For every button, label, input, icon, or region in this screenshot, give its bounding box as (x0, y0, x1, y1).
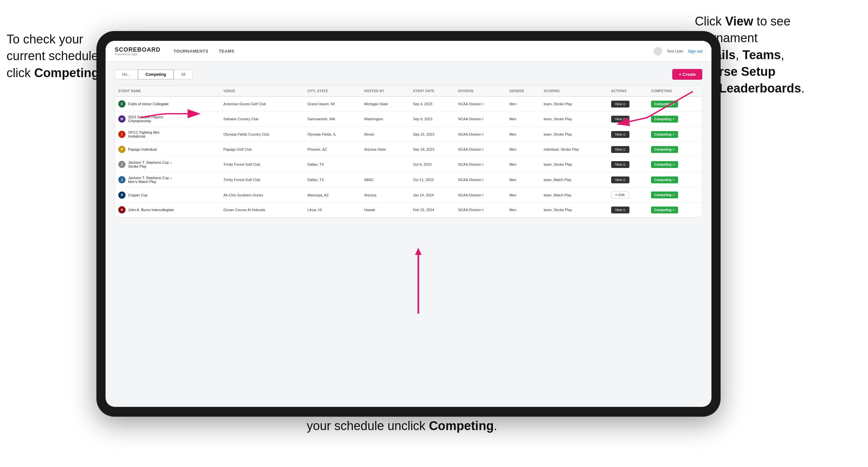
col-division: DIVISION (455, 86, 506, 96)
tab-all[interactable]: All (174, 70, 193, 80)
td-venue: Papago Golf Club (220, 142, 304, 157)
avatar (654, 47, 662, 56)
td-actions: View ⊙ (608, 142, 648, 157)
nav-right: Test User Sign out (654, 47, 702, 56)
competing-button[interactable]: Competing ✓ (651, 161, 678, 168)
brand-title: SCOREBOARD (115, 46, 160, 53)
competing-button[interactable]: Competing ✓ (651, 177, 678, 183)
competing-button[interactable]: Competing ✓ (651, 191, 678, 198)
td-venue: Ak-Chin Southern Dunes (220, 188, 304, 203)
td-start-date: Feb 15, 2024 (410, 203, 455, 217)
competing-button[interactable]: Competing ✓ (651, 146, 678, 153)
nav-username: Test User (667, 49, 683, 54)
td-hosted-by: Washington (361, 112, 410, 127)
col-gender: GENDER (506, 86, 540, 96)
view-button[interactable]: View ⊙ (611, 131, 629, 138)
td-competing: Competing ✓ (648, 112, 702, 127)
td-competing: Competing ✓ (648, 96, 702, 112)
tab-home[interactable]: Ho... (115, 70, 138, 80)
nav-teams[interactable]: TEAMS (219, 49, 234, 54)
tournaments-table: EVENT NAME VENUE CITY, STATE HOSTED BY S… (115, 86, 702, 217)
td-gender: Men (506, 188, 540, 203)
td-city-state: Dallas, TX (304, 157, 361, 172)
td-competing: Competing ✓ (648, 157, 702, 172)
competing-button[interactable]: Competing ✓ (651, 116, 678, 123)
table-row: H John A. Burns Intercollegiate Ocean Co… (115, 203, 702, 217)
table-row: P Papago Individual Papago Golf ClubPhoe… (115, 142, 702, 157)
event-name-text: Jackson T. Stephens Cup – Stroke Play (128, 160, 177, 168)
td-start-date: Sep 15, 2023 (410, 127, 455, 142)
td-gender: Men (506, 112, 540, 127)
td-venue: Olympia Fields Country Club (220, 127, 304, 142)
filter-tabs: Ho... Competing All (115, 70, 193, 80)
col-scoring: SCORING (540, 86, 608, 96)
td-hosted-by: Illinois (361, 127, 410, 142)
td-gender: Men (506, 142, 540, 157)
td-city-state: Sammamish, WA (304, 112, 361, 127)
table-row: F Folds of Honor Collegiate American Dun… (115, 96, 702, 112)
td-scoring: team, Match Play (540, 172, 608, 188)
td-start-date: Sep 9, 2023 (410, 112, 455, 127)
view-button[interactable]: View ⊙ (611, 146, 629, 153)
event-name-text: John A. Burns Intercollegiate (128, 208, 174, 212)
td-division: NCAA Division I (455, 172, 506, 188)
td-scoring: team, Stroke Play (540, 203, 608, 217)
td-actions: ✏ Edit (608, 188, 648, 203)
td-division: NCAA Division I (455, 142, 506, 157)
td-actions: View ⊙ (608, 96, 648, 112)
td-division: NCAA Division I (455, 188, 506, 203)
td-hosted-by: Michigan State (361, 96, 410, 112)
td-hosted-by: Arizona (361, 188, 410, 203)
td-event-name: J Jackson T. Stephens Cup – Men's Match … (115, 172, 220, 188)
col-actions: ACTIONS (608, 86, 648, 96)
td-division: NCAA Division I (455, 203, 506, 217)
nav-signout[interactable]: Sign out (688, 49, 702, 54)
td-venue: American Dunes Golf Club (220, 96, 304, 112)
event-name-text: OFCC Fighting Illini Invitational (128, 130, 177, 138)
table-row: J Jackson T. Stephens Cup – Stroke Play … (115, 157, 702, 172)
td-scoring: team, Stroke Play (540, 96, 608, 112)
brand: SCOREBOARD Powered by clipp (115, 46, 160, 56)
edit-button[interactable]: ✏ Edit (611, 191, 629, 199)
nav-links: TOURNAMENTS TEAMS (174, 49, 654, 54)
td-actions: View ⊙ (608, 127, 648, 142)
td-start-date: Sep 18, 2023 (410, 142, 455, 157)
table-row: A Copper Cup Ak-Chin Southern DunesMaric… (115, 188, 702, 203)
td-gender: Men (506, 96, 540, 112)
competing-button[interactable]: Competing ✓ (651, 207, 678, 213)
event-name-text: Folds of Honor Collegiate (128, 102, 168, 106)
td-actions: View ⊙ (608, 203, 648, 217)
col-start-date: START DATE (410, 86, 455, 96)
td-city-state: Lihue, HI (304, 203, 361, 217)
td-division: NCAA Division I (455, 112, 506, 127)
view-button[interactable]: View ⊙ (611, 101, 629, 107)
td-division: NCAA Division I (455, 157, 506, 172)
col-city-state: CITY, STATE (304, 86, 361, 96)
event-name-text: 2023 Sahalee Players Championship (128, 115, 177, 123)
td-start-date: Sep 4, 2023 (410, 96, 455, 112)
td-hosted-by: ABAC (361, 172, 410, 188)
tablet-shell: SCOREBOARD Powered by clipp TOURNAMENTS … (96, 31, 721, 417)
table-row: W 2023 Sahalee Players Championship Saha… (115, 112, 702, 127)
view-button[interactable]: View ⊙ (611, 207, 629, 213)
competing-button[interactable]: Competing ✓ (651, 131, 678, 138)
td-start-date: Jan 14, 2024 (410, 188, 455, 203)
view-button[interactable]: View ⊙ (611, 116, 629, 123)
td-event-name: J Jackson T. Stephens Cup – Stroke Play (115, 157, 220, 172)
competing-button[interactable]: Competing ✓ (651, 101, 678, 107)
tab-competing[interactable]: Competing (138, 70, 174, 80)
td-city-state: Phoenix, AZ (304, 142, 361, 157)
td-competing: Competing ✓ (648, 188, 702, 203)
td-actions: View ⊙ (608, 157, 648, 172)
nav-tournaments[interactable]: TOURNAMENTS (174, 49, 208, 54)
create-button[interactable]: + Create (672, 69, 702, 80)
td-division: NCAA Division I (455, 127, 506, 142)
td-venue: Trinity Forest Golf Club (220, 157, 304, 172)
view-button[interactable]: View ⊙ (611, 177, 629, 183)
view-button[interactable]: View ⊙ (611, 161, 629, 168)
brand-subtitle: Powered by clipp (115, 53, 160, 56)
col-competing: COMPETING (648, 86, 702, 96)
td-hosted-by: Arizona State (361, 142, 410, 157)
td-scoring: individual, Stroke Play (540, 142, 608, 157)
td-city-state: Grand Haven, MI (304, 96, 361, 112)
